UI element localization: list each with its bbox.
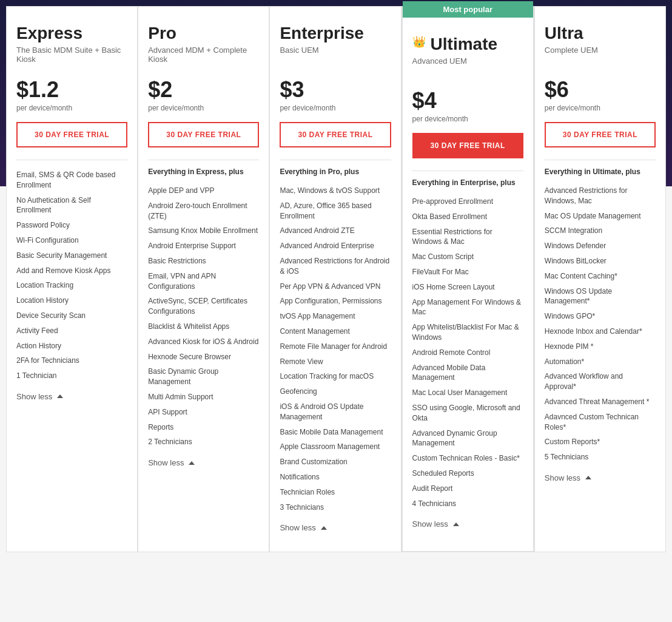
feature-item: Hexnode Inbox and Calendar* [545, 324, 656, 339]
feature-item: Technician Roles [280, 485, 391, 500]
show-less-label: Show less [16, 392, 52, 401]
trial-btn-express[interactable]: 30 DAY FREE TRIAL [16, 122, 127, 147]
feature-item: iOS Home Screen Layout [412, 280, 523, 295]
feature-item: 4 Technicians [412, 496, 523, 512]
feature-item: Basic Dynamic Group Management [148, 364, 259, 390]
feature-item: Custom Technican Roles - Basic* [412, 451, 523, 466]
feature-item: App Whitelist/Blacklist For Mac & Window… [412, 320, 523, 345]
plan-subtitle-ultra: Complete UEM [545, 46, 656, 67]
feature-item: App Configuration, Permissions [280, 294, 391, 309]
plan-name-pro: Pro [148, 24, 176, 43]
feature-item: Email, SMS & QR Code based Enrollment [16, 167, 127, 193]
plan-card-pro: ProAdvanced MDM + Complete Kiosk$2per de… [138, 6, 269, 552]
feature-item: Mac Custom Script [412, 249, 523, 265]
feature-item: Okta Based Enrollment [412, 209, 523, 225]
chevron-up-icon [453, 522, 459, 526]
features-header-enterprise: Everything in Pro, plus [280, 167, 391, 176]
plan-price-period-ultra: per device/month [545, 104, 656, 112]
plan-subtitle-express: The Basic MDM Suite + Basic Kiosk [16, 46, 127, 67]
feature-item: Basic Security Management [16, 248, 127, 263]
feature-item: Basic Restrictions [148, 254, 259, 269]
feature-list-ultra: Advanced Restrictions for Windows, MacMa… [545, 183, 656, 465]
show-less-label: Show less [412, 519, 448, 529]
plan-name-wrapper: Ultra [545, 19, 656, 43]
feature-item: 2 Technicians [148, 434, 259, 450]
feature-item: Device Security Scan [16, 308, 127, 323]
feature-item: Location Tracking [16, 278, 127, 293]
feature-item: Advanced Android ZTE [280, 223, 391, 238]
feature-item: SCCM Integration [545, 223, 656, 238]
feature-item: Automation* [545, 354, 656, 370]
feature-item: iOS & Android OS Update Management [280, 399, 391, 425]
show-less-btn-ultimate[interactable]: Show less [412, 519, 459, 529]
feature-item: Pre-approved Enrollment [412, 194, 523, 209]
feature-item: Windows BitLocker [545, 254, 656, 269]
feature-item: Per App VPN & Advanced VPN [280, 279, 391, 294]
feature-item: Advanced Dynamic Group Management [412, 426, 523, 451]
features-header-ultra: Everything in Ultimate, plus [545, 167, 656, 176]
plan-price-period-ultimate: per device/month [412, 115, 523, 123]
feature-item: Mac, Windows & tvOS Support [280, 183, 391, 198]
feature-item: Reports [148, 420, 259, 435]
feature-item: Scheduled Reports [412, 466, 523, 481]
show-less-btn-enterprise[interactable]: Show less [280, 523, 326, 532]
feature-item: Hexnode Secure Browser [148, 350, 259, 365]
trial-btn-ultimate[interactable]: 30 DAY FREE TRIAL [412, 133, 523, 158]
feature-item: Android Remote Control [412, 345, 523, 360]
feature-item: Advanced Restrictions for Windows, Mac [545, 183, 656, 209]
plan-subtitle-pro: Advanced MDM + Complete Kiosk [148, 46, 259, 67]
show-less-btn-express[interactable]: Show less [16, 392, 63, 401]
feature-item: App Management For Windows & Mac [412, 295, 523, 320]
feature-item: Mac Content Caching* [545, 269, 656, 284]
feature-item: API Support [148, 405, 259, 420]
feature-item: No Authetication & Self Enrollment [16, 193, 127, 218]
feature-item: Mac Local User Management [412, 385, 523, 401]
plan-name-wrapper: Express [16, 19, 127, 43]
feature-list-ultimate: Pre-approved EnrollmentOkta Based Enroll… [412, 194, 523, 511]
show-less-label: Show less [545, 473, 580, 482]
show-less-btn-pro[interactable]: Show less [148, 458, 195, 467]
trial-btn-ultra[interactable]: 30 DAY FREE TRIAL [545, 122, 656, 147]
features-header-ultimate: Everything in Enterprise, plus [412, 178, 523, 187]
feature-item: Samsung Knox Mobile Enrollment [148, 223, 259, 238]
pricing-container: ExpressThe Basic MDM Suite + Basic Kiosk… [0, 6, 672, 552]
plan-price-pro: $2 [148, 77, 259, 103]
feature-item: Windows GPO* [545, 309, 656, 324]
feature-item: Geofencing [280, 384, 391, 399]
feature-item: Add and Remove Kiosk Apps [16, 263, 127, 279]
feature-item: Wi-Fi Configuration [16, 233, 127, 248]
plan-name-wrapper: 👑Ultimate [412, 30, 523, 54]
feature-item: FileVault For Mac [412, 265, 523, 280]
feature-item: AD, Azure, Office 365 based Enrollment [280, 198, 391, 224]
feature-item: Notifications [280, 470, 391, 485]
feature-item: ActiveSync, SCEP, Certificates Configura… [148, 294, 259, 319]
features-header-pro: Everything in Express, plus [148, 167, 259, 176]
plan-subtitle-ultimate: Advanced UEM [412, 56, 523, 78]
chevron-up-icon [585, 476, 591, 479]
plan-subtitle-enterprise: Basic UEM [280, 46, 391, 67]
plan-price-enterprise: $3 [280, 77, 391, 103]
feature-item: Location Tracking for macOS [280, 369, 391, 384]
feature-item: Android Zero-touch Enrollment (ZTE) [148, 198, 259, 224]
plan-price-ultimate: $4 [412, 88, 523, 113]
feature-item: Apple DEP and VPP [148, 183, 259, 198]
feature-item: Audit Report [412, 481, 523, 496]
divider-ultimate [412, 171, 523, 171]
trial-btn-pro[interactable]: 30 DAY FREE TRIAL [148, 122, 259, 147]
feature-item: Android Enterprise Support [148, 238, 259, 254]
feature-item: Adavnced Custom Technican Roles* [545, 410, 656, 435]
show-less-btn-ultra[interactable]: Show less [545, 473, 591, 482]
feature-item: Advanced Kiosk for iOS & Android [148, 334, 259, 350]
plan-card-express: ExpressThe Basic MDM Suite + Basic Kiosk… [6, 6, 138, 552]
feature-item: Essential Restrictions for Windows & Mac [412, 225, 523, 250]
feature-item: SSO using Google, Microsoft and Okta [412, 401, 523, 426]
feature-item: Location History [16, 293, 127, 308]
feature-item: 2FA for Technicians [16, 353, 127, 368]
feature-item: Blacklist & Whitelist Apps [148, 319, 259, 334]
feature-item: Mac OS Update Management [545, 209, 656, 224]
chevron-up-icon [189, 461, 195, 465]
feature-item: Advanced Mobile Data Management [412, 360, 523, 386]
trial-btn-enterprise[interactable]: 30 DAY FREE TRIAL [280, 122, 391, 147]
feature-item: Advanced Threat Management * [545, 394, 656, 410]
feature-item: Remote View [280, 354, 391, 370]
